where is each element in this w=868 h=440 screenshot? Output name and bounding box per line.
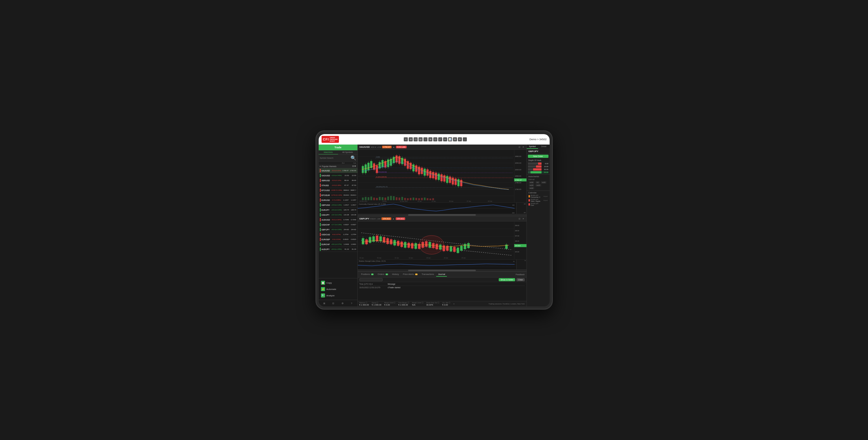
log-entry-time: 31/01/2022 12:53:19.379 [360, 286, 385, 289]
chart1-price-down: 0.01 Lots [396, 146, 407, 148]
svg-text:0.00%: 0.00% [376, 157, 380, 158]
chart1-timeframe[interactable]: ▾ D1 ▾ [371, 146, 376, 148]
toolbar-icon-5[interactable]: ⊠ [428, 137, 432, 141]
svg-rect-113 [401, 197, 403, 200]
unr-net-value: € 0.00 [442, 304, 451, 306]
menu-automate[interactable]: ⚡ Automate [319, 286, 358, 292]
market-row-btcusd[interactable]: BTC/USD -12238.7(-3.29%) 36964.0 36987.7 [319, 188, 358, 193]
toolbar-icon-11[interactable]: 👁 [458, 137, 462, 141]
market-row-usdjpy[interactable]: USD/JPY +15.7(+0.14%) 115.38 115.39 [319, 212, 358, 217]
market-row-eurjpy[interactable]: EUR/JPY +20.2(+0.22%) 120.74 128.74 [319, 208, 358, 212]
svg-text:13 Jan: 13 Jan [409, 257, 413, 259]
show-folder-button[interactable]: Show in folder [499, 278, 515, 281]
market-name-usdjpy: USD/JPY [321, 214, 332, 216]
log-search-input[interactable] [360, 278, 383, 281]
settings-icon[interactable]: ⚙ [453, 303, 455, 305]
market-bid-audjpy: 81.33 [342, 248, 349, 250]
svg-text:20 Jan: 20 Jan [449, 201, 453, 202]
depth-of-market-label: Depth Of Hark [527, 159, 550, 162]
interval-h1[interactable]: h1 [535, 181, 540, 183]
chart2-tool-2[interactable]: ✕ [522, 217, 525, 220]
popular-markets-icons: ⊞ ✚ [352, 165, 356, 167]
market-row-audjpy[interactable]: AUD/JPY +64.0(+1.05%) 81.33 81.34 [319, 247, 358, 252]
chart2-header: GBP/JPY ▾ D1 ▾ + 0 ▾ 154.822 ▲ 154.821 ⊡… [358, 216, 526, 222]
watchlists-tab[interactable]: Watchlists [319, 150, 338, 155]
tab-history[interactable]: History [391, 272, 401, 277]
calendar-item-3: 23:30 (UT Curr [528, 203, 548, 206]
tab-price-alerts[interactable]: Price Alerts 0 [401, 272, 420, 277]
market-row-gbpusd[interactable]: GBP/USD +25.9(+0.19%) 1.3417 1.3417 [319, 203, 358, 208]
interval-m30[interactable]: m30 [529, 181, 534, 183]
charts-area: XAU/USD ▾ D1 ▾ + 0 ▾ 1790.87 ▲ 0.01 Lots… [358, 144, 526, 306]
automate-icon: ⚡ [321, 287, 325, 291]
market-row-audusd[interactable]: AUD/USD -55.0(+0.84%) 0.7049 0.7049 [319, 217, 358, 222]
toolbar-icon-10[interactable]: ⌘ [453, 137, 457, 141]
market-row-eurusd[interactable]: EUR/USD -0.7(+0.89%) 1.1157 1.1157 [319, 198, 358, 203]
toolbar-icon-9[interactable]: 📊 [448, 137, 452, 141]
clear-button[interactable]: Clear [516, 278, 525, 281]
toolbar-icon-1[interactable]: ⊞ [409, 137, 413, 141]
positions-badge: 2 [371, 273, 374, 275]
market-row-usdcad[interactable]: USD/CAD -9.0(-0.07%) 1.2754 1.2754 [319, 232, 358, 237]
tool-icon-settings[interactable]: ⚙ [340, 301, 344, 305]
balance-item: Balance ⓘ € 1 000.00 [360, 302, 369, 306]
toolbar-icon-2[interactable]: ⊡ [413, 137, 417, 141]
market-row-xauusd[interactable]: XAU/USD -20.0(-0.01%) 1790.87 1790.90 [319, 168, 358, 173]
interval-m15-1[interactable]: m15 [541, 181, 547, 183]
interval-m30-2[interactable]: m30 [529, 187, 534, 189]
market-row-xtiusd[interactable]: XTI/USD -14.0(-0.18%) 87.47 87.53 [319, 183, 358, 188]
chart1-tool-2[interactable]: ✕ [522, 146, 525, 148]
svg-rect-112 [398, 198, 400, 200]
toolbar-icon-8[interactable]: ✏ [443, 137, 447, 141]
toolbar-icon-menu[interactable]: ≡ [404, 137, 408, 141]
tab-transactions[interactable]: Transactions [420, 272, 436, 277]
market-row-gbpjpy[interactable]: GBP/JPY +50.4(+0.33%) 154.82 154.82 [319, 227, 358, 232]
chart2-indicator[interactable]: + 0 ▾ [376, 218, 380, 220]
tab-detail[interactable]: Detail [538, 144, 550, 149]
interval-m15-2[interactable]: m15 [535, 184, 541, 187]
symbol-search-input[interactable] [320, 157, 350, 159]
interval-m20[interactable]: m20 [529, 184, 534, 187]
tool-icon-1[interactable]: ⊞ [322, 301, 326, 305]
market-ask-eurchf: 1.0401 [349, 243, 356, 245]
toolbar-icon-4[interactable]: ↕ [424, 137, 428, 141]
market-row-eurgbp[interactable]: EUR/GBP -0.5(-0.01%) 0.8315 0.8315 [319, 237, 358, 242]
indicator-xtiusd [320, 183, 321, 187]
market-row-btceur[interactable]: BTC/EUR -11743.2(-3.42%) 33146.0 33149.3 [319, 193, 358, 198]
market-row-xbrusd[interactable]: XBR/USD -10.0(-0.11%) 89.04 89.90 [319, 178, 358, 183]
menu-analyze[interactable]: 🔍 Analyze [319, 292, 358, 299]
chart1-tool-1[interactable]: ⊡ [518, 146, 521, 148]
svg-rect-110 [393, 196, 395, 200]
tab-symbol[interactable]: Symbol [527, 144, 538, 149]
market-bid-xauusd: 1790.87 [341, 170, 349, 171]
chart1-scrollbar[interactable] [358, 214, 526, 216]
menu-copy[interactable]: 📋 Copy [319, 279, 358, 286]
toolbar-icon-7[interactable]: 🖊 [438, 137, 442, 141]
tool-icon-2[interactable]: ⊡ [332, 301, 336, 305]
toolbar-icon-3[interactable]: ▤ [418, 137, 423, 141]
new-order-button[interactable]: New Order [528, 155, 549, 158]
chart2-timeframe[interactable]: ▾ D1 ▾ [370, 218, 375, 220]
tab-positions[interactable]: Positions 2 [360, 272, 375, 277]
bottom-panel: Positions 2 Orders 1 History Price Alert… [358, 272, 526, 306]
market-row-usdchf[interactable]: USD/CHF +17.7(+0.19%) 0.9327 0.9327 [319, 222, 358, 227]
all-symbols-tab[interactable]: All Symbols [338, 150, 358, 155]
svg-rect-101 [368, 197, 369, 200]
chart1-scrollbar-thumb[interactable] [408, 214, 475, 216]
chart2-tool-1[interactable]: ⊡ [518, 217, 521, 220]
calendar-item-1-details: 05:00 (UT Consumer C [531, 195, 541, 198]
feedback-btn[interactable]: Feedback [516, 273, 525, 275]
tool-icon-help[interactable]: ? [350, 301, 354, 305]
toolbar-icon-more[interactable]: ··· [463, 137, 467, 141]
tab-journal[interactable]: Journal [436, 272, 447, 277]
log-time-header: Time (UTC+0) ▾ [360, 283, 385, 285]
chart1-indicator[interactable]: + 0 ▾ [377, 146, 381, 148]
market-row-eurchf[interactable]: EUR/CHF +26.1(+0.27%) 1.0406 1.0401 [319, 242, 358, 247]
svg-text:1790.87: 1790.87 [515, 179, 522, 181]
tab-orders[interactable]: Orders 1 [376, 272, 390, 277]
chart2-scrollbar-thumb[interactable] [408, 270, 475, 271]
market-row-xagusd[interactable]: XAG/USD +10.0(+0.45%) 22.53 22.55 [319, 173, 358, 178]
trade-button[interactable]: Trade [319, 144, 358, 150]
toolbar-icon-6[interactable]: ⊡ [433, 137, 437, 141]
market-ask-usdcad: 1.2754 [348, 234, 356, 235]
